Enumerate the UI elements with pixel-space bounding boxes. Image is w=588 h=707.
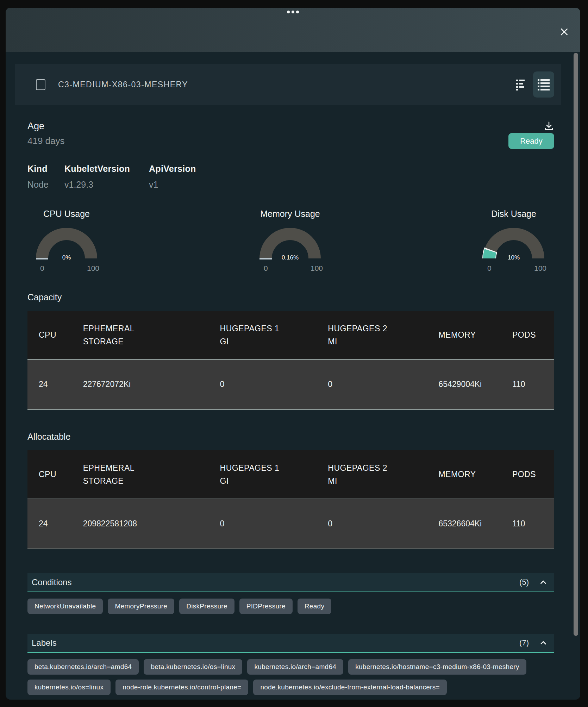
- allocatable-hugepages-2mi-value: 0: [317, 499, 427, 549]
- label-chip: beta.kubernetes.io/arch=amd64: [27, 659, 139, 675]
- meta-kind: Kind Node: [27, 164, 64, 190]
- chevron-up-icon[interactable]: [539, 578, 547, 586]
- capacity-header-row: CPU EPHEMERAL STORAGE HUGEPAGES 1 GI HUG…: [27, 311, 554, 359]
- meta-row: Kind Node KubeletVersion v1.29.3 ApiVers…: [27, 164, 554, 190]
- memory-usage-value: 0.16%: [251, 254, 329, 261]
- allocatable-pods-value: 110: [501, 499, 554, 549]
- label-chip: kubernetes.io/os=linux: [27, 680, 111, 695]
- allocatable-header-cpu: CPU: [39, 468, 54, 481]
- memory-usage-title: Memory Usage: [260, 209, 320, 219]
- allocatable-memory-value: 65326604Ki: [438, 518, 482, 530]
- capacity-header-memory: MEMORY: [438, 329, 476, 342]
- capacity-pods-value: 110: [501, 359, 554, 409]
- capacity-ephemeral-storage-value: 227672072Ki: [72, 359, 209, 409]
- cpu-gauge-max: 100: [87, 264, 99, 273]
- conditions-count: (5): [519, 578, 529, 587]
- allocatable-header-memory: MEMORY: [438, 468, 476, 481]
- disk-usage-gauge: Disk Usage 10% 0 100: [475, 209, 553, 270]
- labels-chips: beta.kubernetes.io/arch=amd64 beta.kuber…: [27, 659, 554, 695]
- disk-gauge-min: 0: [487, 264, 492, 273]
- label-chip: kubernetes.io/hostname=c3-medium-x86-03-…: [348, 659, 526, 675]
- meta-kubelet-version: KubeletVersion v1.29.3: [64, 164, 149, 190]
- node-details-modal: C3-MEDIUM-X86-03-MESHERY: [6, 8, 580, 700]
- api-version-label: ApiVersion: [149, 164, 196, 174]
- age-value: 419 days: [27, 136, 65, 146]
- condition-chip-ready: Ready: [298, 599, 331, 614]
- disk-gauge-max: 100: [534, 264, 546, 273]
- allocatable-data-row: 24 209822581208 0 0 65326604Ki 110: [27, 499, 554, 549]
- allocatable-ephemeral-storage-value: 209822581208: [72, 499, 209, 549]
- capacity-header-ephemeral-storage: EPHEMERAL STORAGE: [83, 322, 166, 348]
- disk-usage-title: Disk Usage: [491, 209, 536, 219]
- capacity-cpu-value: 24: [27, 359, 72, 409]
- node-card: C3-MEDIUM-X86-03-MESHERY: [15, 64, 561, 695]
- cpu-usage-gauge: CPU Usage 0% 0 100: [27, 209, 106, 270]
- memory-gauge-min: 0: [264, 264, 268, 273]
- memory-usage-gauge: Memory Usage 0.16% 0 100: [251, 209, 329, 270]
- labels-count: (7): [519, 638, 529, 647]
- capacity-table: CPU EPHEMERAL STORAGE HUGEPAGES 1 GI HUG…: [27, 311, 554, 410]
- capacity-memory-value: 65429004Ki: [438, 378, 482, 391]
- close-icon[interactable]: [557, 25, 571, 39]
- label-chip: node.kubernetes.io/exclude-from-external…: [253, 680, 447, 695]
- capacity-header-hugepages-1gi: HUGEPAGES 1 GI: [220, 322, 283, 348]
- memory-gauge-max: 100: [311, 264, 323, 273]
- age-label: Age: [27, 121, 44, 132]
- status-badge: Ready: [508, 133, 554, 149]
- condition-chip-diskpressure: DiskPressure: [179, 599, 234, 614]
- capacity-header-pods: PODS: [512, 329, 531, 342]
- capacity-header-hugepages-2mi: HUGEPAGES 2 MI: [328, 322, 390, 348]
- conditions-title: Conditions: [32, 577, 71, 587]
- disk-usage-value: 10%: [475, 254, 553, 261]
- conditions-section-header[interactable]: Conditions (5): [27, 573, 554, 592]
- allocatable-header-hugepages-2mi: HUGEPAGES 2 MI: [328, 462, 390, 488]
- condition-chip-networkunavailable: NetworkUnavailable: [27, 599, 103, 614]
- usage-gauges: CPU Usage 0% 0 100: [27, 209, 554, 270]
- chevron-up-icon[interactable]: [539, 639, 547, 647]
- node-card-header: C3-MEDIUM-X86-03-MESHERY: [15, 64, 561, 105]
- kind-label: Kind: [27, 164, 64, 174]
- conditions-chips: NetworkUnavailable MemoryPressure DiskPr…: [27, 599, 554, 614]
- capacity-title: Capacity: [27, 292, 554, 302]
- modal-body: C3-MEDIUM-X86-03-MESHERY: [6, 52, 580, 700]
- condition-chip-pidpressure: PIDPressure: [239, 599, 293, 614]
- allocatable-table: CPU EPHEMERAL STORAGE HUGEPAGES 1 GI HUG…: [27, 450, 554, 549]
- labels-title: Labels: [32, 638, 57, 648]
- allocatable-cpu-value: 24: [27, 499, 72, 549]
- labels-section-header[interactable]: Labels (7): [27, 634, 554, 653]
- cpu-usage-title: CPU Usage: [43, 209, 90, 219]
- allocatable-title: Allocatable: [27, 432, 554, 442]
- label-chip: beta.kubernetes.io/os=linux: [144, 659, 242, 675]
- scrollbar-thumb[interactable]: [574, 53, 578, 636]
- drag-handle-icon[interactable]: [287, 11, 299, 13]
- meta-api-version: ApiVersion v1: [149, 164, 196, 190]
- cpu-usage-value: 0%: [27, 254, 106, 261]
- api-version-value: v1: [149, 180, 196, 190]
- capacity-header-cpu: CPU: [39, 329, 54, 342]
- modal-drag-header[interactable]: [6, 8, 580, 52]
- kind-value: Node: [27, 180, 64, 190]
- allocatable-header-ephemeral-storage: EPHEMERAL STORAGE: [83, 462, 166, 488]
- allocatable-header-row: CPU EPHEMERAL STORAGE HUGEPAGES 1 GI HUG…: [27, 450, 554, 499]
- kubelet-version-label: KubeletVersion: [64, 164, 149, 174]
- capacity-hugepages-1gi-value: 0: [209, 359, 317, 409]
- label-chip: node-role.kubernetes.io/control-plane=: [115, 680, 248, 695]
- condition-chip-memorypressure: MemoryPressure: [108, 599, 174, 614]
- allocatable-hugepages-1gi-value: 0: [209, 499, 317, 549]
- compact-view-icon[interactable]: [513, 77, 528, 92]
- allocatable-header-pods: PODS: [512, 468, 531, 481]
- capacity-hugepages-2mi-value: 0: [317, 359, 427, 409]
- node-title: C3-MEDIUM-X86-03-MESHERY: [58, 80, 188, 89]
- cpu-gauge-min: 0: [40, 264, 44, 273]
- allocatable-header-hugepages-1gi: HUGEPAGES 1 GI: [220, 462, 283, 488]
- label-chip: kubernetes.io/arch=amd64: [247, 659, 343, 675]
- kubelet-version-value: v1.29.3: [64, 180, 149, 190]
- node-checkbox[interactable]: [36, 79, 45, 90]
- capacity-data-row: 24 227672072Ki 0 0 65429004Ki 110: [27, 359, 554, 409]
- node-card-body: Age 419 days Ready Kind Node: [15, 105, 561, 695]
- download-icon[interactable]: [544, 121, 554, 131]
- detailed-view-icon[interactable]: [533, 71, 554, 98]
